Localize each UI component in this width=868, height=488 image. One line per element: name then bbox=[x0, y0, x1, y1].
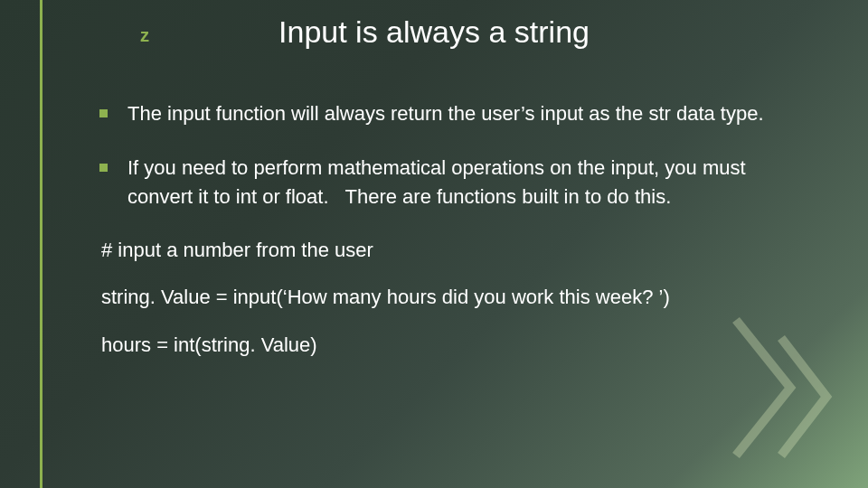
bullet-text: If you need to perform mathematical oper… bbox=[127, 154, 805, 211]
code-line: string. Value = input(‘How many hours di… bbox=[101, 284, 805, 312]
bullet-item: The input function will always return th… bbox=[99, 99, 805, 128]
code-block: # input a number from the user string. V… bbox=[101, 237, 805, 360]
slide-title: Input is always a string bbox=[0, 14, 868, 50]
code-line: # input a number from the user bbox=[101, 237, 805, 265]
bullet-text: The input function will always return th… bbox=[127, 99, 805, 128]
slide: z Input is always a string The input fun… bbox=[0, 0, 868, 488]
slide-content: The input function will always return th… bbox=[99, 99, 805, 380]
bullet-marker-icon bbox=[99, 109, 108, 117]
bullet-item: If you need to perform mathematical oper… bbox=[99, 154, 805, 211]
accent-rule bbox=[40, 0, 42, 488]
code-line: hours = int(string. Value) bbox=[101, 332, 805, 360]
bullet-marker-icon bbox=[99, 164, 108, 172]
